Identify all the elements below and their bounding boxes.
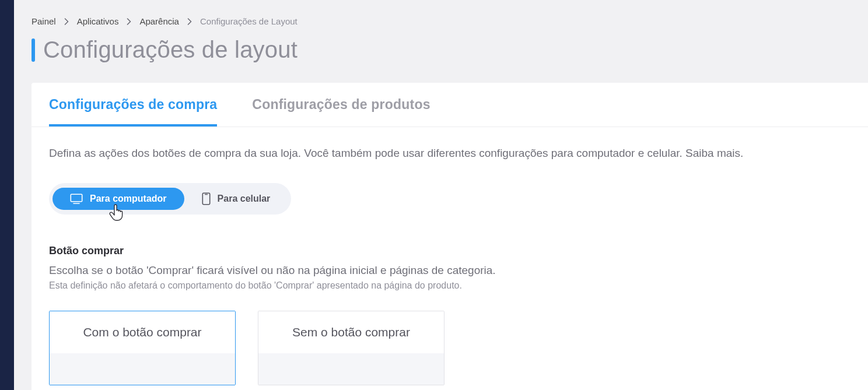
mobile-icon (202, 192, 211, 205)
breadcrumb-link-painel[interactable]: Painel (32, 16, 56, 26)
tab-purchase-settings[interactable]: Configurações de compra (49, 83, 217, 127)
device-desktop-button[interactable]: Para computador (52, 188, 184, 210)
chevron-right-icon (64, 18, 69, 25)
svg-rect-2 (202, 193, 209, 204)
chevron-right-icon (187, 18, 192, 25)
title-accent-bar (32, 38, 35, 62)
intro-text-body: Defina as ações dos botões de compra da … (49, 147, 685, 159)
option-without-buy-button[interactable]: Sem o botão comprar (258, 311, 444, 385)
learn-more-link[interactable]: Saiba mais. (685, 147, 743, 159)
tabs: Configurações de compra Configurações de… (32, 83, 868, 127)
buy-button-section-note: Esta definição não afetará o comportamen… (49, 280, 850, 291)
buy-button-section-description: Escolha se o botão 'Comprar' ficará visí… (49, 264, 850, 277)
page-title: Configurações de layout (43, 37, 298, 63)
breadcrumb-current: Configurações de Layout (200, 16, 298, 26)
buy-button-option-cards: Com o botão comprar Sem o botão comprar (49, 311, 850, 385)
buy-button-section-title: Botão comprar (49, 245, 850, 257)
breadcrumb-link-aplicativos[interactable]: Aplicativos (77, 16, 119, 26)
option-card-preview (50, 353, 235, 385)
page-container: Painel Aplicativos Aparência Configuraçõ… (14, 0, 868, 390)
option-card-label: Sem o botão comprar (258, 311, 444, 353)
device-mobile-button[interactable]: Para celular (184, 187, 288, 211)
sidebar-nav (0, 0, 14, 390)
panel-body: Defina as ações dos botões de compra da … (32, 127, 868, 390)
chevron-right-icon (127, 18, 131, 25)
tab-product-settings[interactable]: Configurações de produtos (252, 83, 430, 127)
desktop-icon (70, 194, 83, 204)
breadcrumb: Painel Aplicativos Aparência Configuraçõ… (32, 16, 868, 26)
settings-panel: Configurações de compra Configurações de… (32, 83, 868, 390)
page-title-wrap: Configurações de layout (32, 37, 868, 63)
option-card-label: Com o botão comprar (50, 311, 235, 353)
breadcrumb-link-aparencia[interactable]: Aparência (139, 16, 179, 26)
option-with-buy-button[interactable]: Com o botão comprar (49, 311, 236, 385)
device-mobile-label: Para celular (218, 194, 271, 204)
intro-text: Defina as ações dos botões de compra da … (49, 147, 850, 160)
cursor-hand-icon (108, 204, 124, 224)
option-card-preview (258, 353, 444, 385)
device-desktop-label: Para computador (90, 194, 167, 204)
device-toggle: Para computador Para celular (49, 183, 291, 215)
svg-rect-0 (71, 194, 82, 201)
